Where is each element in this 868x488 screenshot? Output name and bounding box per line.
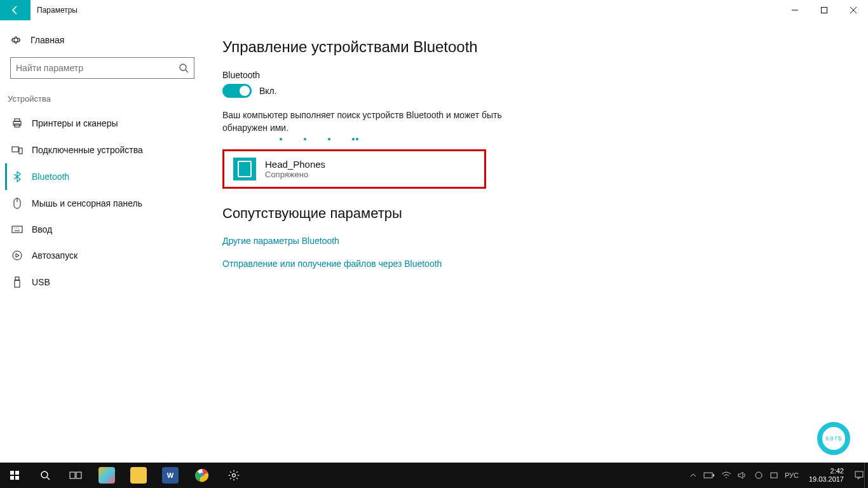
svg-rect-31	[713, 474, 714, 477]
svg-rect-34	[855, 471, 863, 477]
svg-rect-8	[19, 148, 22, 154]
sidebar-item-label: Принтеры и сканеры	[32, 118, 118, 128]
toggle-state-label: Вкл.	[259, 86, 277, 96]
usb-icon	[11, 276, 23, 288]
section-label: Устройства	[5, 90, 198, 110]
svg-rect-21	[10, 476, 14, 480]
devices-icon	[11, 144, 23, 156]
sidebar-item-label: Bluetooth	[32, 172, 69, 182]
storage-badge[interactable]: 9.9 ГБ	[817, 422, 850, 455]
app-explorer[interactable]	[123, 463, 154, 488]
search-status-text: Ваш компьютер выполняет поиск устройств …	[222, 109, 502, 134]
device-status: Сопряжено	[265, 170, 325, 179]
window-title: Параметры	[31, 0, 78, 20]
bluetooth-toggle[interactable]	[222, 84, 252, 98]
app-chrome[interactable]	[187, 463, 217, 488]
sidebar-item-printers[interactable]: Принтеры и сканеры	[5, 110, 198, 137]
search-input-container[interactable]	[10, 57, 194, 79]
back-button[interactable]	[0, 0, 31, 20]
maximize-button[interactable]	[810, 0, 839, 20]
sidebar-item-bluetooth[interactable]: Bluetooth	[5, 163, 198, 190]
svg-rect-5	[15, 119, 20, 121]
clock[interactable]: 2:42 19.03.2017	[805, 467, 848, 484]
clock-date: 19.03.2017	[809, 475, 844, 484]
tray-icon-generic[interactable]	[754, 471, 763, 480]
keyboard-icon	[11, 225, 23, 234]
sidebar-item-autoplay[interactable]: Автозапуск	[5, 242, 198, 269]
autoplay-icon	[11, 250, 23, 261]
svg-rect-20	[15, 471, 19, 475]
search-button[interactable]	[31, 463, 60, 488]
svg-point-32	[756, 472, 762, 478]
related-heading: Сопутствующие параметры	[222, 205, 868, 222]
clock-time: 2:42	[809, 467, 844, 475]
search-icon	[179, 63, 189, 73]
battery-icon[interactable]	[703, 471, 715, 479]
link-send-receive-files[interactable]: Отправление или получение файлов через B…	[222, 259, 868, 269]
svg-line-24	[47, 477, 50, 480]
svg-point-29	[233, 474, 236, 477]
home-label: Главная	[31, 35, 64, 45]
svg-rect-17	[15, 277, 19, 280]
chevron-up-icon[interactable]	[689, 471, 697, 479]
close-button[interactable]	[839, 0, 868, 20]
device-icon	[233, 158, 256, 180]
svg-rect-7	[12, 147, 18, 152]
minimize-button[interactable]	[780, 0, 810, 20]
svg-rect-19	[10, 471, 14, 475]
svg-rect-30	[704, 473, 712, 478]
language-indicator[interactable]: РУС	[785, 471, 799, 479]
sidebar-item-label: Подключенные устройства	[32, 145, 143, 155]
content-area: Управление устройствами Bluetooth Blueto…	[203, 20, 868, 463]
sidebar-item-label: Мышь и сенсорная панель	[32, 198, 142, 208]
task-view-button[interactable]	[61, 463, 90, 488]
search-input[interactable]	[16, 63, 179, 73]
svg-line-3	[186, 70, 188, 72]
mouse-icon	[11, 198, 23, 209]
app-settings[interactable]	[219, 463, 249, 488]
sidebar-item-label: USB	[32, 277, 50, 287]
start-button[interactable]	[0, 463, 29, 488]
svg-rect-11	[12, 226, 22, 233]
loading-dots	[222, 138, 868, 140]
sidebar-item-label: Автозапуск	[32, 250, 78, 261]
app-paint[interactable]	[92, 463, 122, 488]
sidebar-item-usb[interactable]: USB	[5, 269, 198, 295]
svg-rect-1	[822, 8, 827, 13]
page-title: Управление устройствами Bluetooth	[222, 38, 868, 56]
svg-point-2	[180, 64, 186, 71]
sidebar-item-typing[interactable]: Ввод	[5, 217, 198, 242]
svg-rect-22	[15, 476, 19, 480]
device-name: Head_Phones	[265, 159, 325, 170]
svg-point-16	[13, 251, 22, 260]
action-center-icon[interactable]	[854, 470, 864, 480]
printers-icon	[11, 118, 23, 129]
svg-rect-33	[771, 473, 777, 478]
tray-icon-generic2[interactable]	[770, 471, 778, 480]
svg-point-23	[41, 471, 48, 478]
system-tray: РУС 2:42 19.03.2017	[689, 467, 868, 484]
taskbar: W РУС 2:42 19.03.2017	[0, 463, 868, 488]
gear-icon	[10, 34, 23, 46]
bluetooth-label: Bluetooth	[222, 70, 868, 80]
sidebar: Главная Устройства Принтеры и сканеры По…	[0, 20, 203, 463]
titlebar: Параметры	[0, 0, 868, 20]
sidebar-item-devices[interactable]: Подключенные устройства	[5, 137, 198, 163]
home-link[interactable]: Главная	[5, 28, 198, 52]
svg-rect-25	[70, 472, 75, 478]
volume-icon[interactable]	[738, 471, 748, 480]
bluetooth-icon	[11, 171, 23, 182]
show-desktop-button[interactable]	[864, 463, 868, 488]
device-row[interactable]: Head_Phones Сопряжено	[222, 149, 486, 189]
link-other-bt-settings[interactable]: Другие параметры Bluetooth	[222, 236, 868, 246]
wifi-icon[interactable]	[721, 471, 731, 479]
sidebar-item-mouse[interactable]: Мышь и сенсорная панель	[5, 190, 198, 217]
sidebar-item-label: Ввод	[32, 224, 52, 234]
svg-rect-26	[76, 472, 81, 478]
app-word[interactable]: W	[155, 463, 186, 488]
svg-rect-18	[15, 280, 20, 287]
